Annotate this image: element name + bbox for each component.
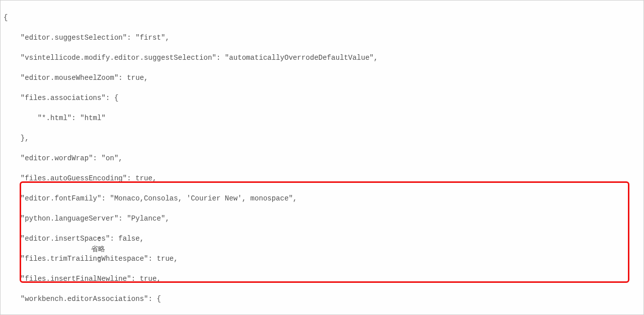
code-line: "*.html": "html" (4, 113, 643, 123)
code-line: "editor.mouseWheelZoom": true, (4, 73, 643, 83)
code-line: "editor.suggestSelection": "first", (4, 33, 643, 43)
code-line: "files.insertFinalNewline": true, (4, 274, 643, 284)
code-line: "editor.fontFamily": "Monaco,Consolas, '… (4, 193, 643, 203)
omission-colon: : (97, 254, 101, 264)
omission-colon: : (97, 234, 101, 244)
code-block: { "editor.suggestSelection": "first", "v… (1, 1, 643, 315)
code-line: "files.associations": { (4, 93, 643, 103)
code-line: "files.autoGuessEncoding": true, (4, 173, 643, 183)
omission-label: 省略 (91, 244, 105, 254)
code-line: "vsintellicode.modify.editor.suggestSele… (4, 53, 643, 63)
code-line: "editor.wordWrap": "on", (4, 153, 643, 163)
code-line: }, (4, 133, 643, 143)
code-line: "python.languageServer": "Pylance", (4, 214, 643, 224)
code-line: { (4, 13, 643, 23)
code-line: "workbench.editorAssociations": { (4, 294, 643, 304)
